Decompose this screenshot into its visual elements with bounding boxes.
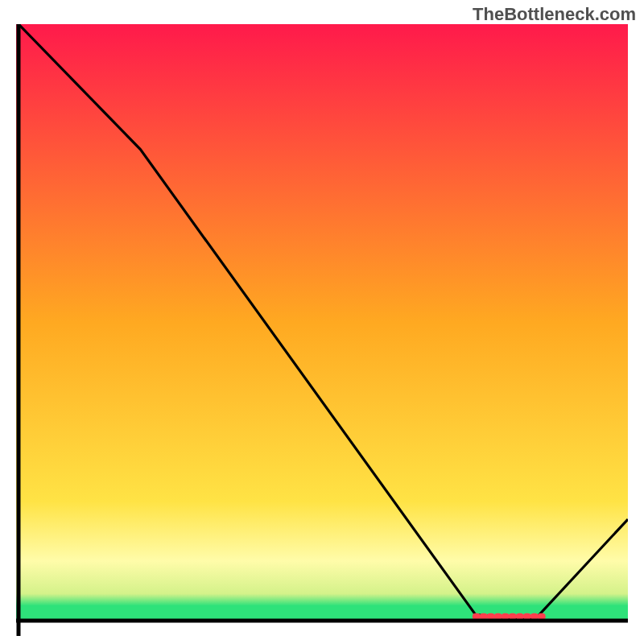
chart-svg <box>16 24 628 636</box>
watermark-text: TheBottleneck.com <box>473 4 636 25</box>
chart-container: TheBottleneck.com <box>0 0 644 644</box>
plot-area <box>16 24 628 636</box>
gradient-background <box>16 24 628 621</box>
